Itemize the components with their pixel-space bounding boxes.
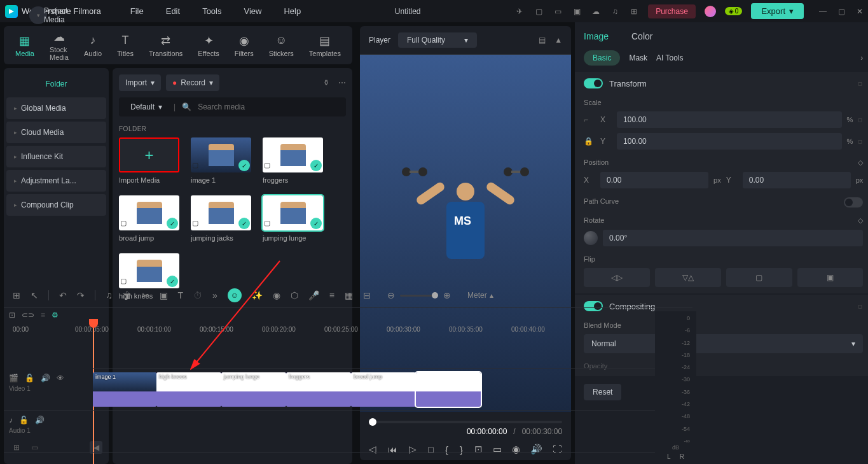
clip-selected[interactable] xyxy=(416,372,481,407)
menu-edit[interactable]: Edit xyxy=(166,6,180,16)
meter-button[interactable]: Meter ▴ xyxy=(467,291,493,300)
keyframe-icon[interactable]: ◇ xyxy=(857,302,865,310)
grid-icon[interactable]: ⊞ xyxy=(629,6,639,17)
import-button[interactable]: Import ▾ xyxy=(119,74,161,91)
tab-effects[interactable]: ✦Effects xyxy=(193,31,224,60)
lock-icon[interactable]: 🔒 xyxy=(584,137,593,146)
rotate-dial[interactable] xyxy=(584,231,598,245)
subtab-mask[interactable]: Mask xyxy=(629,53,647,62)
mute-icon[interactable]: 🔊 xyxy=(35,416,45,425)
thumb-froggers[interactable]: ▢✓froggers xyxy=(263,137,323,184)
tl-opt3-icon[interactable]: ≡ xyxy=(41,311,45,320)
transform-toggle[interactable] xyxy=(584,78,603,88)
thumb-image1[interactable]: ▢✓image 1 xyxy=(191,137,251,184)
timeline-ruler[interactable]: 00:00 00:00:05:00 00:00:10:00 00:00:15:0… xyxy=(4,322,692,337)
save-icon[interactable]: ▢ xyxy=(534,6,544,17)
undo-icon[interactable]: ↶ xyxy=(59,290,67,300)
video-track-head[interactable]: 🎬🔓🔊👁 Video 1 xyxy=(4,369,93,411)
keyframe-icon[interactable]: ◇ xyxy=(858,158,863,167)
tab-titles[interactable]: TTitles xyxy=(112,31,139,60)
screens-icon[interactable]: ▣ xyxy=(572,6,582,17)
sidebar-adjustment-layer[interactable]: ▸Adjustment La... xyxy=(6,170,106,192)
snapshot-icon[interactable]: ▲ xyxy=(555,36,562,45)
eye-icon[interactable]: 👁 xyxy=(57,374,64,383)
cloud-icon[interactable]: ☁ xyxy=(591,6,601,17)
tl-opt4-icon[interactable]: ⚙ xyxy=(52,311,59,320)
record2-icon[interactable]: ◉ xyxy=(273,290,280,300)
grid-tool-icon[interactable]: ⊞ xyxy=(13,290,20,300)
send-icon[interactable]: ✈ xyxy=(514,6,525,17)
audio-track[interactable] xyxy=(93,411,692,453)
subtab-basic[interactable]: Basic xyxy=(584,50,620,66)
text-tool-icon[interactable]: T xyxy=(178,290,184,300)
tl-opt2-icon[interactable]: ⊂⊃ xyxy=(22,311,34,320)
maximize-button[interactable]: ▢ xyxy=(838,7,845,16)
adjust-icon[interactable]: ≡ xyxy=(329,290,334,300)
more-icon[interactable]: ⋯ xyxy=(338,78,346,87)
sidebar-influence-kit[interactable]: ▸Influence Kit xyxy=(6,146,106,167)
minimize-button[interactable]: — xyxy=(819,7,827,16)
thumb-jumping-lunge[interactable]: ▢✓jumping lunge xyxy=(263,195,323,242)
sort-dropdown[interactable]: Default ▾ xyxy=(125,101,167,113)
thumb-import[interactable]: +Import Media xyxy=(119,137,179,184)
link2-icon[interactable]: ⊟ xyxy=(363,290,371,300)
lock-icon[interactable]: 🔓 xyxy=(25,374,34,383)
sidebar-cloud-media[interactable]: ▸Cloud Media xyxy=(6,122,106,143)
marker-icon[interactable]: ♫ xyxy=(106,290,113,300)
shield-icon[interactable]: ⬡ xyxy=(291,290,298,300)
rotate-input[interactable] xyxy=(603,230,863,246)
tl-opt1-icon[interactable]: ⊡ xyxy=(9,311,15,320)
chevron-right-icon[interactable]: › xyxy=(860,53,863,62)
audio-track-head[interactable]: ♪🔓🔊 Audio 1 xyxy=(4,411,93,453)
video-track[interactable]: image 1 high knees jumping lunge frogger… xyxy=(93,369,692,411)
ai-tool-icon[interactable]: ☺ xyxy=(228,288,242,302)
path-curve-toggle[interactable] xyxy=(844,197,863,207)
rtab-image[interactable]: Image xyxy=(584,31,609,41)
rtab-color[interactable]: Color xyxy=(631,31,652,41)
mute-icon[interactable]: 🔊 xyxy=(41,374,50,383)
clip-lunge[interactable]: jumping lunge xyxy=(221,372,286,407)
tab-stickers[interactable]: ☺Stickers xyxy=(264,31,299,60)
zoom-out-icon[interactable]: ⊖ xyxy=(387,290,395,300)
clip-highknees[interactable]: high knees xyxy=(156,372,221,407)
menu-view[interactable]: View xyxy=(244,6,261,16)
search-input[interactable] xyxy=(198,102,340,111)
compare-icon[interactable]: ▤ xyxy=(539,36,546,45)
tab-filters[interactable]: ◉Filters xyxy=(230,31,259,60)
zoom-in-icon[interactable]: ⊕ xyxy=(443,290,451,300)
snap-icon[interactable]: ▦ xyxy=(345,290,353,300)
flip-copy-button[interactable]: ▢ xyxy=(726,268,792,287)
thumb-broad-jump[interactable]: ▢✓broad jump xyxy=(119,195,179,242)
tab-transitions[interactable]: ⇄Transitions xyxy=(144,31,188,60)
sidebar-folder[interactable]: Folder xyxy=(6,73,106,95)
cut-icon[interactable]: ✂ xyxy=(142,290,149,300)
keyframe-icon[interactable]: ◇ xyxy=(857,115,865,123)
pos-x-input[interactable] xyxy=(600,172,708,188)
filter-icon[interactable]: ⚱ xyxy=(323,78,329,87)
headphone-icon[interactable]: ♫ xyxy=(610,6,620,17)
tab-audio[interactable]: ♪Audio xyxy=(79,31,107,60)
scale-y-input[interactable] xyxy=(617,133,841,150)
delete-icon[interactable]: 🗑 xyxy=(123,290,132,300)
link-icon[interactable]: ⌐ xyxy=(584,115,593,124)
thumb-jumping-jacks[interactable]: ▢✓jumping jacks xyxy=(191,195,251,242)
clip-broadjump[interactable]: broad jump xyxy=(351,372,416,407)
keyframe-icon[interactable]: ◇ xyxy=(857,79,865,87)
menu-help[interactable]: Help xyxy=(284,6,301,16)
menu-tools[interactable]: Tools xyxy=(202,6,221,16)
zoom-slider[interactable] xyxy=(400,295,438,297)
tab-media[interactable]: ▦Media xyxy=(10,31,39,60)
mic-icon[interactable]: 🎤 xyxy=(308,290,319,300)
coin-badge[interactable]: ◈ 0 xyxy=(725,7,743,15)
export-button[interactable]: Export ▾ xyxy=(751,3,804,19)
tab-stock[interactable]: ☁Stock Media xyxy=(45,27,74,64)
menu-file[interactable]: File xyxy=(130,6,144,16)
screen-icon[interactable]: ▭ xyxy=(553,6,563,17)
purchase-button[interactable]: Purchase xyxy=(648,4,696,18)
more-tools-icon[interactable]: » xyxy=(212,290,217,300)
scale-x-input[interactable] xyxy=(617,111,841,128)
redo-icon[interactable]: ↷ xyxy=(77,290,85,300)
close-button[interactable]: ✕ xyxy=(857,7,863,16)
clip-image1[interactable]: image 1 xyxy=(93,372,156,407)
sidebar-global-media[interactable]: ▸Global Media xyxy=(6,97,106,119)
